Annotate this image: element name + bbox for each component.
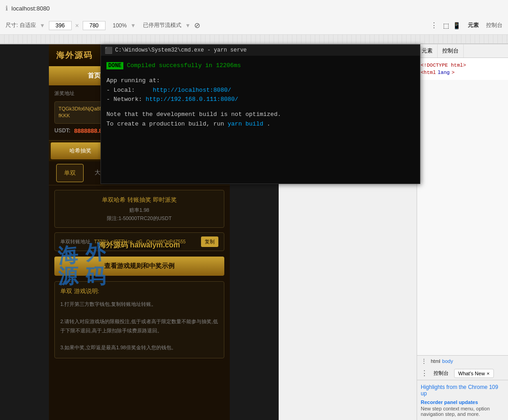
compiled-msg: Compiled successfully in 12206ms [127,62,241,69]
game-info-box: 单双哈希 转账抽奖 即时派奖 赔率1.98 限注:1-50000TRC20的US… [54,190,224,228]
bottom-tabs: ⋮ 控制台 What's New × [417,367,508,380]
wallet-label: 派奖地址 [54,90,74,97]
instructions-title: 单双 游戏说明: [60,287,218,295]
yarn-cmd: yarn build [228,121,263,127]
toolbar-row: 尺寸: 自适应 ▼ × 100% ▼ 已停用节流模式 ▼ ⊘ ⋮ ⬚ 📱 元素 … [0,16,508,35]
disable-icon[interactable]: ⊘ [194,21,200,30]
game-tab-odd-even[interactable]: 单双 [56,164,84,182]
recorder-title: Recorder panel updates [421,399,504,405]
cmd-line-1: DONE Compiled successfully in 12206ms [106,61,414,71]
cmd-local: - Local: http://localhost:8080/ [106,86,414,95]
done-badge: DONE [106,62,123,69]
rules-button[interactable]: 查看游戏规则和中奖示例 [54,257,224,276]
address-bar: ℹ localhost:8080 [0,0,508,16]
devtools-tabs: 元素 控制台 [417,44,508,58]
device-icon[interactable]: 📱 [453,22,460,29]
code-line-doctype: <!DOCTYPE html> [421,62,504,69]
cmd-header: ⬛ C:\Windows\System32\cmd.exe - yarn ser… [101,45,420,56]
limit-text: 限注:1-50000TRC20的USDT [60,215,218,222]
whats-new-close-icon[interactable]: × [487,371,489,376]
whats-new-label: What's New [458,371,485,376]
devtools-tab-console[interactable]: 控制台 [438,44,464,58]
copy-button[interactable]: 复制 [201,236,218,247]
instructions-step-3: 3.如果中奖,立即返是最高1.98倍奖金转入您的钱包。 [60,343,218,352]
cmd-terminal: ⬛ C:\Windows\System32\cmd.exe - yarn ser… [101,44,420,184]
elements-tab[interactable]: 元素 [468,21,479,29]
cmd-running-at: App running at: [106,76,414,86]
width-input[interactable] [49,21,72,30]
instructions-step-1: 1.打开第三方数字钱包,复制转账地址转账。 [60,300,218,309]
bottom-content: Highlights from the Chrome 109 up Record… [417,380,508,420]
info-icon: ℹ [5,5,8,12]
local-url: http://localhost:8080/ [153,87,231,94]
cmd-icon: ⬛ [105,47,112,54]
breadcrumb-html[interactable]: html [431,358,440,364]
instructions-step-2: 2.请转入对应游戏场的限额投注,低于或者高于限定数量不能参与抽奖,低于下限不退回… [60,317,218,336]
height-input[interactable] [83,21,106,30]
devtools-panel: 元素 控制台 <!DOCTYPE html> <html lang > ⋮ ht… [417,44,508,420]
cmd-body: DONE Compiled successfully in 12206ms Ap… [101,56,420,184]
mode-label: 已停用节流模式 [143,21,181,29]
devtools-bottom: ⋮ html body ⋮ 控制台 What's New × Highlight… [417,355,508,420]
recorder-section: Recorder panel updates New step context … [421,399,504,417]
separator: × [75,22,79,29]
more-options-icon[interactable]: ⋮ [430,21,438,30]
bottom-dots-icon[interactable]: ⋮ [421,369,428,378]
overlay-text: 海外源码 haiwaiym.com [99,241,180,250]
odds-text: 赔率1.98 [60,207,218,214]
breadcrumb-row: ⋮ html body [417,356,508,367]
devtools-code: <!DOCTYPE html> <html lang > [417,58,508,80]
recorder-desc: New step context menu, option navigation… [421,406,504,417]
transfer-label: 单双转账地址 [60,238,90,245]
bottom-tab-console[interactable]: 控制台 [430,368,452,378]
console-tab[interactable]: 控制台 [486,21,503,29]
size-label: 尺寸: 自适应 [5,21,36,29]
main-content: 海外源码 中文简体 ▼ 首页 活动 派奖地址 [0,44,508,420]
code-line-html: <html lang > [421,69,504,76]
cmd-network: - Network: http://192.168.0.111:8080/ [106,95,414,105]
ruler [0,35,508,44]
site-logo: 海外源码 [56,50,93,61]
cmd-title: C:\Windows\System32\cmd.exe - yarn serve [115,47,247,53]
breadcrumb-body[interactable]: body [442,358,453,364]
bottom-tab-whats-new[interactable]: What's New × [454,369,494,378]
inspect-icon[interactable]: ⬚ [443,22,449,29]
network-url: http://192.168.0.111:8080/ [146,96,238,103]
address-text[interactable]: localhost:8080 [11,5,50,12]
breadcrumb-dots[interactable]: ⋮ [421,357,427,365]
usdt-label: USDT: [54,127,70,134]
game-title: 单双哈希 转账抽奖 即时派奖 [60,196,218,204]
browser-chrome: ℹ localhost:8080 尺寸: 自适应 ▼ × 100% ▼ 已停用节… [0,0,508,44]
instructions: 单双 游戏说明: 1.打开第三方数字钱包,复制转账地址转账。 2.请转入对应游戏… [54,281,224,358]
cmd-note2: To create a production build, run yarn b… [106,120,414,129]
zoom-label: 100% [113,22,127,29]
cmd-note1: Note that the development build is not o… [106,110,414,120]
highlights-text: Highlights from the Chrome 109 up [421,384,504,397]
